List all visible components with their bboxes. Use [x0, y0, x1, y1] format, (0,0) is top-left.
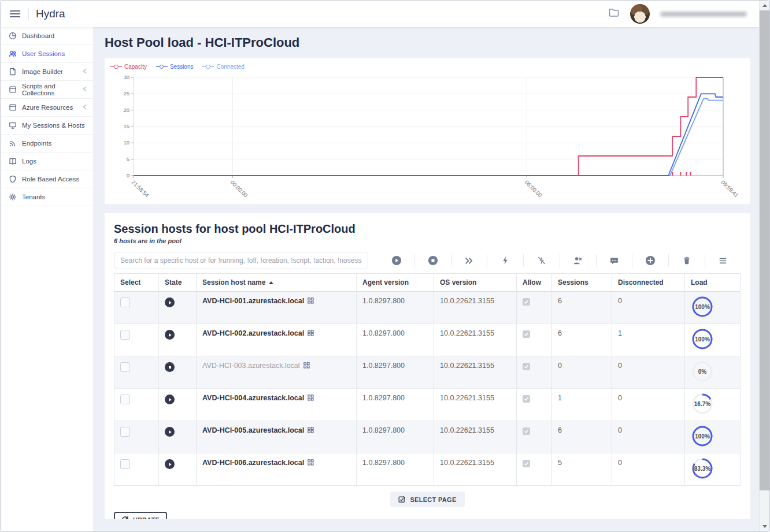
sidebar-item-role-based-access[interactable]: Role Based Access: [1, 170, 93, 188]
disconnected-cell: 0: [612, 356, 685, 388]
svg-text:00:00:00: 00:00:00: [229, 179, 249, 199]
toolbar: [379, 253, 741, 268]
apps-grid-icon[interactable]: [308, 427, 314, 435]
column-header-sessions[interactable]: Sessions: [552, 274, 612, 292]
avatar[interactable]: [630, 4, 650, 24]
host-name-link[interactable]: AVD-HCI-001.azurestack.local: [202, 297, 304, 305]
lightning-icon[interactable]: [498, 253, 513, 268]
column-header-agent-version[interactable]: Agent version: [357, 274, 434, 292]
allow-checkbox: [523, 460, 530, 467]
refresh-icon: [121, 516, 129, 519]
session-hosts-card: Session hosts for host pool HCI-ITProClo…: [105, 213, 750, 519]
sidebar-item-label: User Sessions: [22, 50, 65, 57]
dashboard-icon: [9, 32, 17, 40]
column-header-load[interactable]: Load: [685, 274, 740, 292]
search-input[interactable]: [114, 252, 368, 269]
lightning-off-icon[interactable]: [534, 253, 549, 268]
sidebar-item-scripts-and-collections[interactable]: Scripts and Collections: [1, 81, 93, 99]
chevron-left-icon: [82, 103, 87, 111]
host-name-link[interactable]: AVD-HCI-006.azurestack.local: [202, 459, 304, 467]
host-pool-load-chart-card: Capacity Sessions Connected 051015202530…: [105, 58, 750, 204]
disconnected-cell: 0: [612, 292, 685, 323]
legend-item-connected[interactable]: Connected: [202, 64, 244, 70]
apps-grid-icon[interactable]: [303, 362, 310, 370]
agent-version-cell: 1.0.8297.800: [357, 453, 434, 485]
app-title: Hydra: [36, 8, 65, 20]
apps-grid-icon[interactable]: [308, 297, 314, 306]
column-header-os-version[interactable]: OS version: [434, 274, 517, 292]
play-circle-icon[interactable]: [389, 253, 404, 268]
load-value: 100%: [691, 328, 714, 351]
svg-text:30: 30: [123, 74, 129, 80]
sidebar-item-tenants[interactable]: Tenants: [1, 188, 93, 206]
select-page-button[interactable]: SELECT PAGE: [390, 492, 464, 507]
row-select-checkbox[interactable]: [120, 330, 130, 340]
add-circle-icon[interactable]: [643, 253, 658, 268]
host-name-link[interactable]: AVD-HCI-004.azurestack.local: [202, 394, 304, 402]
agent-version-cell: 1.0.8297.800: [357, 389, 434, 421]
svg-text:5: 5: [127, 156, 129, 162]
folder-icon[interactable]: [608, 7, 620, 21]
sidebar-item-label: Logs: [22, 158, 36, 165]
table-row: AVD-HCI-006.azurestack.local 1.0.8297.80…: [114, 453, 740, 485]
sidebar-item-azure-resources[interactable]: Azure Resources: [1, 99, 93, 117]
message-icon[interactable]: [607, 253, 622, 268]
host-name-link[interactable]: AVD-HCI-005.azurestack.local: [202, 426, 304, 434]
sidebar-item-label: Image Builder: [22, 68, 63, 75]
column-header-host-name[interactable]: Session host name: [197, 274, 357, 292]
column-header-disconnected[interactable]: Disconnected: [612, 274, 685, 292]
sidebar-item-image-builder[interactable]: Image Builder: [1, 63, 93, 81]
host-name-link[interactable]: AVD-HCI-003.azurestack.local: [202, 362, 300, 370]
column-header-state[interactable]: State: [159, 274, 197, 292]
apps-grid-icon[interactable]: [308, 395, 314, 403]
scrollbar-thumb[interactable]: [760, 10, 769, 490]
app-window: Hydra Dashboard User Sessions Image Buil…: [0, 0, 770, 532]
sidebar-item-dashboard[interactable]: Dashboard: [1, 27, 93, 45]
legend-item-sessions[interactable]: Sessions: [156, 64, 194, 70]
os-version-cell: 10.0.22621.3155: [434, 389, 517, 421]
sidebar-item-my-sessions-hosts[interactable]: My Sessions & Hosts: [1, 117, 93, 135]
state-running-icon: [165, 395, 175, 404]
double-chevron-right-icon[interactable]: [461, 253, 476, 268]
menu-icon[interactable]: [716, 253, 731, 268]
sidebar-item-endpoints[interactable]: Endpoints: [1, 135, 93, 152]
remove-user-icon[interactable]: [571, 253, 586, 268]
scroll-down-button[interactable]: [760, 522, 769, 531]
load-ring: 100%: [691, 425, 714, 448]
scroll-up-button[interactable]: [760, 1, 769, 10]
divider: [668, 254, 669, 267]
legend-item-capacity[interactable]: Capacity: [110, 64, 147, 70]
state-running-icon: [165, 330, 175, 340]
vertical-scrollbar[interactable]: [759, 1, 769, 531]
sort-asc-icon: [269, 281, 273, 284]
table-row: AVD-HCI-005.azurestack.local 1.0.8297.80…: [114, 421, 740, 453]
chart-legend: Capacity Sessions Connected: [105, 58, 750, 70]
load-value: 100%: [691, 425, 714, 448]
row-select-checkbox[interactable]: [120, 362, 130, 372]
column-header-select[interactable]: Select: [114, 274, 159, 292]
divider: [451, 254, 451, 267]
column-header-allow[interactable]: Allow: [517, 274, 552, 292]
stop-circle-icon[interactable]: [425, 253, 440, 268]
divider: [705, 254, 705, 267]
row-select-checkbox[interactable]: [120, 427, 130, 437]
sidebar-item-label: Dashboard: [22, 32, 54, 39]
sessions-cell: 6: [552, 292, 612, 323]
row-select-checkbox[interactable]: [120, 297, 130, 307]
apps-grid-icon[interactable]: [308, 459, 314, 467]
row-select-checkbox[interactable]: [120, 459, 130, 469]
host-name-link[interactable]: AVD-HCI-002.azurestack.local: [202, 329, 304, 337]
update-button[interactable]: UPDATE: [114, 512, 167, 519]
sidebar-item-user-sessions[interactable]: User Sessions: [1, 45, 93, 63]
apps-grid-icon[interactable]: [308, 330, 314, 338]
table-row: AVD-HCI-001.azurestack.local 1.0.8297.80…: [114, 292, 740, 324]
hamburger-menu-icon[interactable]: [10, 9, 20, 19]
legend-marker-icon: [202, 65, 214, 69]
divider: [414, 254, 415, 267]
sidebar-item-logs[interactable]: Logs: [1, 152, 93, 170]
trash-icon[interactable]: [679, 253, 694, 268]
load-ring: 0%: [691, 360, 714, 383]
svg-text:09:59:41: 09:59:41: [720, 179, 739, 199]
row-select-checkbox[interactable]: [120, 395, 130, 404]
disconnected-cell: 1: [612, 324, 685, 356]
